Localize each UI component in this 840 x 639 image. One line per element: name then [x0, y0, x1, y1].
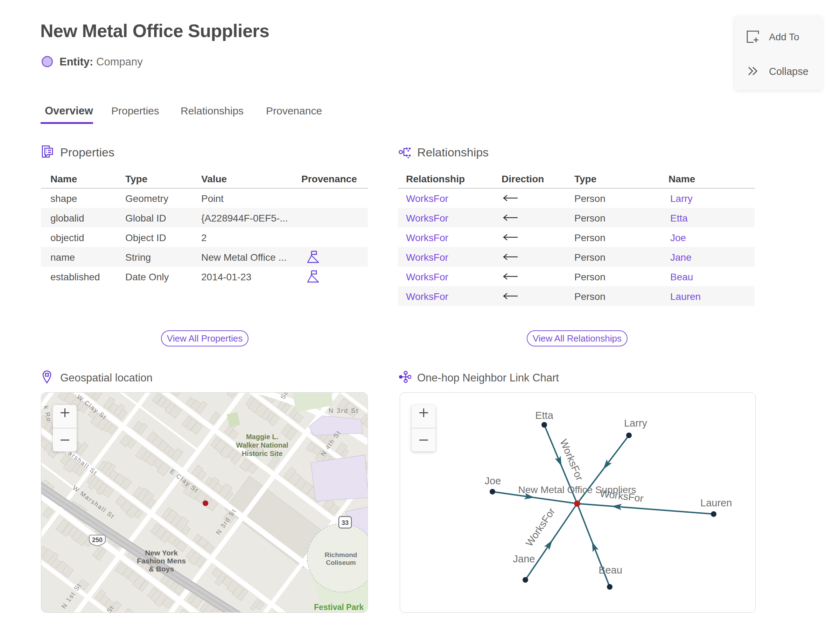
svg-text:Fashion Mens: Fashion Mens: [137, 557, 186, 565]
svg-text:WorksFor: WorksFor: [599, 488, 644, 504]
svg-text:Etta: Etta: [535, 410, 554, 421]
svg-text:250: 250: [92, 536, 103, 544]
svg-text:WorksFor: WorksFor: [558, 437, 585, 482]
svg-text:Maggie L.: Maggie L.: [246, 433, 278, 440]
svg-text:Lauren: Lauren: [700, 497, 732, 509]
svg-text:Joe: Joe: [485, 475, 501, 486]
svg-text:Festival Park: Festival Park: [314, 602, 364, 612]
svg-text:Walker National: Walker National: [236, 441, 288, 449]
svg-text:Historic Site: Historic Site: [242, 450, 283, 457]
svg-text:Beau: Beau: [598, 564, 622, 575]
svg-text:& Boys: & Boys: [149, 565, 174, 573]
svg-text:Richmond: Richmond: [325, 551, 357, 558]
svg-text:New York: New York: [145, 549, 178, 557]
svg-text:33: 33: [342, 519, 348, 526]
svg-text:Larry: Larry: [624, 418, 648, 429]
svg-text:WorksFor: WorksFor: [523, 505, 557, 548]
svg-text:N 3rd St: N 3rd St: [329, 407, 359, 414]
svg-text:Coliseum: Coliseum: [326, 559, 356, 566]
svg-text:Jane: Jane: [513, 553, 535, 564]
